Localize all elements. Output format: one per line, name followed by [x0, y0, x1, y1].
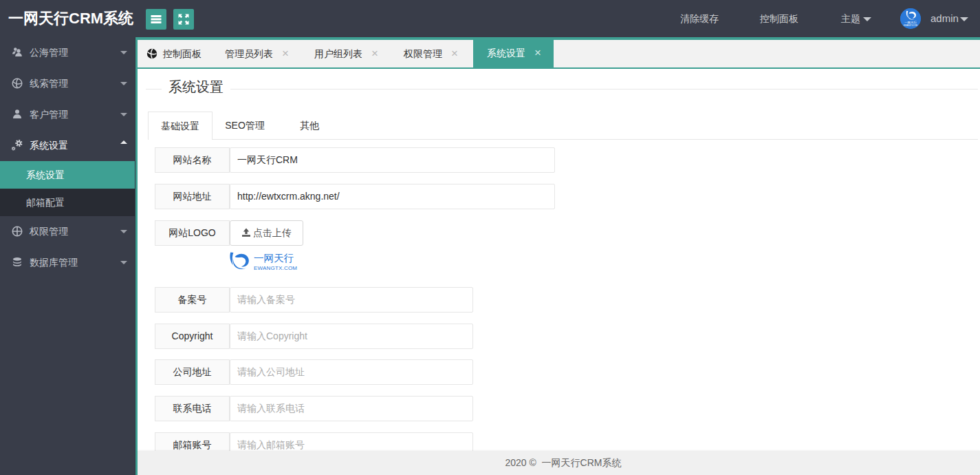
svg-text:一网天行: 一网天行 [904, 21, 917, 24]
svg-text:EWANGTX.COM: EWANGTX.COM [904, 24, 917, 27]
svg-text:一网天行: 一网天行 [254, 253, 294, 264]
svg-text:EWANGTX.COM: EWANGTX.COM [254, 265, 297, 271]
